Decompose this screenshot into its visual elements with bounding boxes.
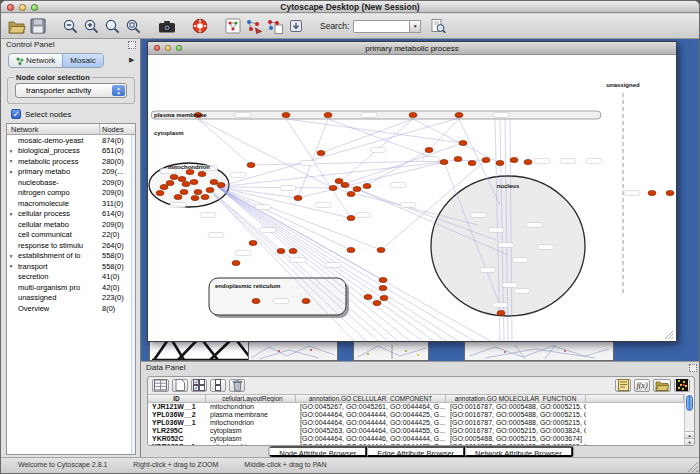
network-node[interactable] [289,248,297,253]
table-row[interactable]: YPL036W__2 plasma membrane [GO:0044464, … [148,411,684,419]
minimized-window-2[interactable] [353,341,429,361]
network-node[interactable] [648,190,656,195]
select-nodes-checkbox[interactable]: ✓ [11,109,21,119]
network-node[interactable] [363,183,371,188]
network-node[interactable] [455,112,463,117]
network-node[interactable] [232,260,240,265]
tree-row[interactable]: Overview 8(0) [7,303,135,314]
tree-row[interactable]: ▼ establishment of lo 558(0) [7,251,135,262]
network-node[interactable] [191,195,199,200]
select-attributes-icon[interactable] [191,379,207,392]
node-color-select[interactable]: transporter activity ▲▼ [15,83,127,98]
app-resize-grip[interactable] [687,461,698,472]
float-panel-icon[interactable] [128,41,136,49]
network-node[interactable] [186,169,194,174]
minimized-window-1[interactable] [248,341,338,361]
tree-row[interactable]: macromolecule 311(0) [7,198,135,209]
table-row[interactable]: YPL036W__1 mitochondrion [GO:0044464, GO… [148,419,684,427]
network-node[interactable] [277,248,285,253]
network-node[interactable] [373,300,381,305]
delete-attribute-icon[interactable] [229,379,245,392]
browser-tab[interactable]: Network Attribute Browser [465,446,573,457]
network-node[interactable] [206,187,214,192]
network-node[interactable] [247,162,255,167]
scrollbar-thumb[interactable] [686,395,693,411]
window-resize-grip[interactable] [665,331,673,339]
col-header-cellular-component[interactable]: annotation.GO CELLULAR_COMPONENT [296,395,446,402]
search-input[interactable] [353,20,409,33]
network-node[interactable] [380,295,388,300]
attribute-notes-icon[interactable] [615,379,631,392]
browser-tab[interactable]: Edge Attribute Browser [367,446,465,457]
minimized-window-3[interactable] [464,341,614,361]
network-node[interactable] [182,181,190,186]
expander-icon[interactable]: ▼ [7,148,15,154]
network-node[interactable] [666,190,674,195]
tree-row[interactable]: multi-organism pro 42(0) [7,282,135,293]
browser-tab[interactable]: Node Attribute Browser [269,446,367,457]
heatmap-icon[interactable] [674,379,690,392]
tab-network[interactable]: Network [9,54,62,67]
scroll-down-icon[interactable]: ▼ [685,438,694,445]
zoom-network-icon[interactable] [176,45,182,51]
minimize-network-icon[interactable] [165,45,171,51]
network-node[interactable] [217,182,225,187]
scroll-up-icon[interactable]: ▲ [685,431,694,438]
network-node[interactable] [440,159,448,164]
filter-icon[interactable] [264,16,285,37]
open-session-button[interactable] [6,16,27,37]
network-node[interactable] [329,185,337,190]
col-header-id[interactable]: ID [148,395,206,402]
network-node[interactable] [496,160,504,165]
network-node[interactable] [347,191,355,196]
tree-row[interactable]: ▼ cellular process 614(0) [7,209,135,220]
network-node[interactable] [324,112,332,117]
table-row[interactable]: YJR121W__1 mitochondrion [GO:0045267, GO… [148,403,684,411]
tree-row[interactable]: unassigned 223(0) [7,293,135,304]
network-node[interactable] [252,298,260,303]
tree-row[interactable]: mosaic-demo-yeast 874(0) [7,135,135,146]
zoom-out-icon[interactable] [60,16,81,37]
tree-scrollbar[interactable] [131,135,135,454]
expander-icon[interactable]: ▼ [7,211,15,217]
network-node[interactable] [194,189,202,194]
app-titlebar[interactable]: Cytoscape Desktop (New Session) [1,1,699,13]
network-node[interactable] [377,247,385,252]
import-attributes-icon[interactable] [653,379,671,392]
network-node[interactable] [524,159,532,164]
network-node[interactable] [302,298,310,303]
expander-icon[interactable]: ▼ [7,158,15,164]
network-node[interactable] [364,294,372,299]
network-node[interactable] [497,310,505,315]
tree-row[interactable]: response to stimulu 264(0) [7,240,135,251]
tab-mosaic[interactable]: Mosaic [62,54,102,67]
network-node[interactable] [335,178,343,183]
network-node[interactable] [425,147,433,152]
search-dropdown-button[interactable]: ▼ [409,20,421,33]
help-icon[interactable] [189,16,210,37]
network-window-titlebar[interactable]: primary metabolic process [148,42,676,55]
expander-icon[interactable]: ▼ [7,169,15,175]
zoom-fit-icon[interactable] [102,16,123,37]
table-row[interactable]: YKR052C cytoplasm [GO:0044464, GO:004444… [148,435,684,443]
network-node[interactable] [468,160,476,165]
network-node[interactable] [482,157,490,162]
network-overview-icon[interactable] [222,16,243,37]
network-node[interactable] [170,174,178,179]
network-node[interactable] [166,180,174,185]
save-session-button[interactable] [27,16,48,37]
network-node[interactable] [201,194,209,199]
col-header-molecular-function[interactable]: annotation.GO MOLECULAR_FUNCTION [446,395,586,402]
tree-row[interactable]: ▼ biological_process 651(0) [7,146,135,157]
tree-row[interactable]: ▼ primary metabo 209(... [7,167,135,178]
attribute-table-icon[interactable] [152,379,169,392]
network-node[interactable] [353,186,361,191]
tree-row[interactable]: nucleobase- 209(0) [7,177,135,188]
network-node[interactable] [174,194,182,199]
network-node[interactable] [459,140,467,145]
tree-row[interactable]: secretion 41(0) [7,272,135,283]
expander-icon[interactable]: ▼ [7,263,15,269]
import-annotation-icon[interactable] [285,16,306,37]
network-canvas[interactable]: plasma membrane cytoplasm mitochondrion … [148,55,676,341]
network-node[interactable] [190,179,198,184]
